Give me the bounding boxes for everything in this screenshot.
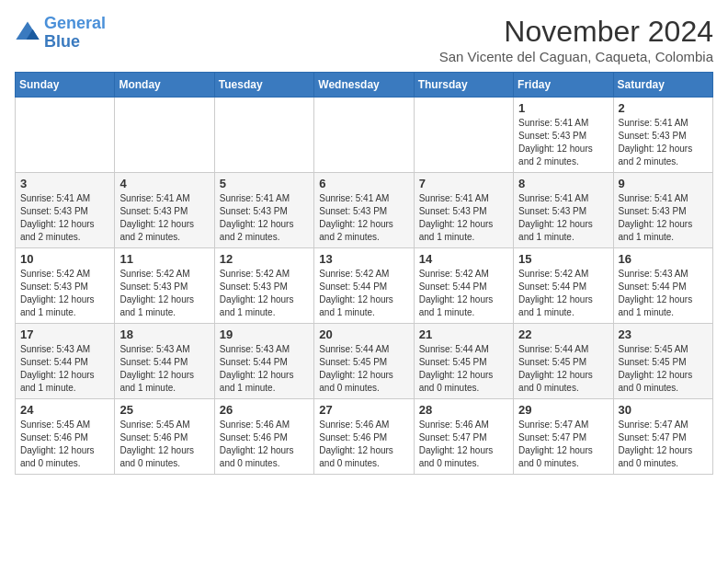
calendar-cell: 17Sunrise: 5:43 AM Sunset: 5:44 PM Dayli… bbox=[16, 324, 115, 399]
day-number: 8 bbox=[518, 177, 608, 190]
calendar-cell: 14Sunrise: 5:42 AM Sunset: 5:44 PM Dayli… bbox=[414, 248, 513, 324]
day-info: Sunrise: 5:46 AM Sunset: 5:46 PM Dayligh… bbox=[319, 419, 408, 470]
day-number: 1 bbox=[518, 101, 608, 115]
location-title: San Vicente del Caguan, Caqueta, Colombi… bbox=[439, 49, 713, 64]
calendar-cell: 25Sunrise: 5:45 AM Sunset: 5:46 PM Dayli… bbox=[115, 399, 214, 475]
day-info: Sunrise: 5:42 AM Sunset: 5:44 PM Dayligh… bbox=[419, 268, 508, 319]
day-number: 23 bbox=[619, 327, 708, 341]
day-number: 13 bbox=[319, 252, 408, 266]
day-number: 28 bbox=[419, 403, 508, 417]
calendar-cell bbox=[115, 98, 214, 173]
day-info: Sunrise: 5:41 AM Sunset: 5:43 PM Dayligh… bbox=[319, 192, 408, 244]
calendar-cell: 5Sunrise: 5:41 AM Sunset: 5:43 PM Daylig… bbox=[214, 173, 313, 248]
calendar-cell: 18Sunrise: 5:43 AM Sunset: 5:44 PM Dayli… bbox=[115, 324, 214, 399]
calendar-week-row: 1Sunrise: 5:41 AM Sunset: 5:43 PM Daylig… bbox=[16, 98, 713, 173]
day-info: Sunrise: 5:43 AM Sunset: 5:44 PM Dayligh… bbox=[119, 343, 209, 395]
day-info: Sunrise: 5:41 AM Sunset: 5:43 PM Dayligh… bbox=[220, 192, 309, 244]
calendar-cell: 24Sunrise: 5:45 AM Sunset: 5:46 PM Dayli… bbox=[16, 399, 115, 475]
day-info: Sunrise: 5:41 AM Sunset: 5:43 PM Dayligh… bbox=[20, 192, 109, 244]
day-info: Sunrise: 5:45 AM Sunset: 5:45 PM Dayligh… bbox=[619, 343, 708, 395]
day-number: 17 bbox=[20, 327, 109, 341]
day-info: Sunrise: 5:42 AM Sunset: 5:43 PM Dayligh… bbox=[119, 268, 209, 319]
calendar-cell: 1Sunrise: 5:41 AM Sunset: 5:43 PM Daylig… bbox=[514, 98, 613, 173]
day-number: 7 bbox=[419, 177, 508, 190]
day-number: 10 bbox=[20, 252, 109, 266]
day-info: Sunrise: 5:42 AM Sunset: 5:43 PM Dayligh… bbox=[20, 268, 109, 319]
day-number: 16 bbox=[619, 252, 708, 266]
calendar-cell: 21Sunrise: 5:44 AM Sunset: 5:45 PM Dayli… bbox=[414, 324, 513, 399]
logo-line1: General bbox=[44, 14, 106, 32]
day-number: 19 bbox=[220, 327, 309, 341]
calendar-cell: 11Sunrise: 5:42 AM Sunset: 5:43 PM Dayli… bbox=[115, 248, 214, 324]
day-info: Sunrise: 5:44 AM Sunset: 5:45 PM Dayligh… bbox=[419, 343, 508, 395]
day-info: Sunrise: 5:41 AM Sunset: 5:43 PM Dayligh… bbox=[119, 192, 209, 244]
day-number: 29 bbox=[518, 403, 608, 417]
calendar-cell: 10Sunrise: 5:42 AM Sunset: 5:43 PM Dayli… bbox=[16, 248, 115, 324]
day-info: Sunrise: 5:43 AM Sunset: 5:44 PM Dayligh… bbox=[220, 343, 309, 395]
calendar-table: SundayMondayTuesdayWednesdayThursdayFrid… bbox=[15, 72, 713, 475]
day-number: 18 bbox=[119, 327, 209, 341]
logo-line2: Blue bbox=[44, 32, 80, 51]
day-info: Sunrise: 5:45 AM Sunset: 5:46 PM Dayligh… bbox=[119, 419, 209, 470]
day-number: 21 bbox=[419, 327, 508, 341]
day-info: Sunrise: 5:41 AM Sunset: 5:43 PM Dayligh… bbox=[518, 117, 608, 168]
day-number: 30 bbox=[619, 403, 708, 417]
calendar-week-row: 3Sunrise: 5:41 AM Sunset: 5:43 PM Daylig… bbox=[16, 173, 713, 248]
day-info: Sunrise: 5:43 AM Sunset: 5:44 PM Dayligh… bbox=[20, 343, 109, 395]
day-number: 14 bbox=[419, 252, 508, 266]
day-number: 24 bbox=[20, 403, 109, 417]
calendar-week-row: 10Sunrise: 5:42 AM Sunset: 5:43 PM Dayli… bbox=[16, 248, 713, 324]
day-number: 27 bbox=[319, 403, 408, 417]
title-area: November 2024 San Vicente del Caguan, Ca… bbox=[439, 15, 713, 64]
day-number: 26 bbox=[220, 403, 309, 417]
logo-icon bbox=[15, 20, 40, 46]
day-info: Sunrise: 5:44 AM Sunset: 5:45 PM Dayligh… bbox=[518, 343, 608, 395]
logo: General Blue bbox=[15, 15, 106, 52]
day-info: Sunrise: 5:46 AM Sunset: 5:47 PM Dayligh… bbox=[419, 419, 508, 470]
day-number: 6 bbox=[319, 177, 408, 190]
calendar-cell: 20Sunrise: 5:44 AM Sunset: 5:45 PM Dayli… bbox=[314, 324, 414, 399]
day-info: Sunrise: 5:41 AM Sunset: 5:43 PM Dayligh… bbox=[619, 192, 708, 244]
calendar-cell: 30Sunrise: 5:47 AM Sunset: 5:47 PM Dayli… bbox=[613, 399, 712, 475]
day-info: Sunrise: 5:42 AM Sunset: 5:43 PM Dayligh… bbox=[220, 268, 309, 319]
day-number: 25 bbox=[119, 403, 209, 417]
calendar-cell: 9Sunrise: 5:41 AM Sunset: 5:43 PM Daylig… bbox=[613, 173, 712, 248]
calendar-cell: 19Sunrise: 5:43 AM Sunset: 5:44 PM Dayli… bbox=[214, 324, 313, 399]
calendar-cell: 13Sunrise: 5:42 AM Sunset: 5:44 PM Dayli… bbox=[314, 248, 414, 324]
day-info: Sunrise: 5:45 AM Sunset: 5:46 PM Dayligh… bbox=[20, 419, 109, 470]
header: General Blue November 2024 San Vicente d… bbox=[15, 15, 713, 64]
weekday-header: Wednesday bbox=[314, 73, 414, 98]
calendar-cell: 16Sunrise: 5:43 AM Sunset: 5:44 PM Dayli… bbox=[613, 248, 712, 324]
calendar-week-row: 24Sunrise: 5:45 AM Sunset: 5:46 PM Dayli… bbox=[16, 399, 713, 475]
day-info: Sunrise: 5:41 AM Sunset: 5:43 PM Dayligh… bbox=[518, 192, 608, 244]
day-info: Sunrise: 5:44 AM Sunset: 5:45 PM Dayligh… bbox=[319, 343, 408, 395]
weekday-header: Friday bbox=[514, 73, 613, 98]
weekday-header: Monday bbox=[115, 73, 214, 98]
calendar-cell bbox=[314, 98, 414, 173]
weekday-header: Saturday bbox=[613, 73, 712, 98]
day-number: 2 bbox=[619, 101, 708, 115]
calendar-cell: 23Sunrise: 5:45 AM Sunset: 5:45 PM Dayli… bbox=[613, 324, 712, 399]
day-number: 12 bbox=[220, 252, 309, 266]
calendar-cell: 27Sunrise: 5:46 AM Sunset: 5:46 PM Dayli… bbox=[314, 399, 414, 475]
calendar-cell bbox=[16, 98, 115, 173]
calendar-cell: 7Sunrise: 5:41 AM Sunset: 5:43 PM Daylig… bbox=[414, 173, 513, 248]
weekday-header-row: SundayMondayTuesdayWednesdayThursdayFrid… bbox=[16, 73, 713, 98]
day-number: 4 bbox=[119, 177, 209, 190]
calendar-cell bbox=[214, 98, 313, 173]
calendar-cell: 2Sunrise: 5:41 AM Sunset: 5:43 PM Daylig… bbox=[613, 98, 712, 173]
day-number: 3 bbox=[20, 177, 109, 190]
day-info: Sunrise: 5:41 AM Sunset: 5:43 PM Dayligh… bbox=[619, 117, 708, 168]
calendar-cell: 28Sunrise: 5:46 AM Sunset: 5:47 PM Dayli… bbox=[414, 399, 513, 475]
calendar-cell: 29Sunrise: 5:47 AM Sunset: 5:47 PM Dayli… bbox=[514, 399, 613, 475]
calendar-cell: 12Sunrise: 5:42 AM Sunset: 5:43 PM Dayli… bbox=[214, 248, 313, 324]
day-info: Sunrise: 5:47 AM Sunset: 5:47 PM Dayligh… bbox=[518, 419, 608, 470]
calendar-cell: 4Sunrise: 5:41 AM Sunset: 5:43 PM Daylig… bbox=[115, 173, 214, 248]
day-number: 22 bbox=[518, 327, 608, 341]
calendar-cell: 26Sunrise: 5:46 AM Sunset: 5:46 PM Dayli… bbox=[214, 399, 313, 475]
day-info: Sunrise: 5:41 AM Sunset: 5:43 PM Dayligh… bbox=[419, 192, 508, 244]
calendar-cell: 15Sunrise: 5:42 AM Sunset: 5:44 PM Dayli… bbox=[514, 248, 613, 324]
calendar-cell: 8Sunrise: 5:41 AM Sunset: 5:43 PM Daylig… bbox=[514, 173, 613, 248]
day-number: 15 bbox=[518, 252, 608, 266]
calendar-cell: 3Sunrise: 5:41 AM Sunset: 5:43 PM Daylig… bbox=[16, 173, 115, 248]
